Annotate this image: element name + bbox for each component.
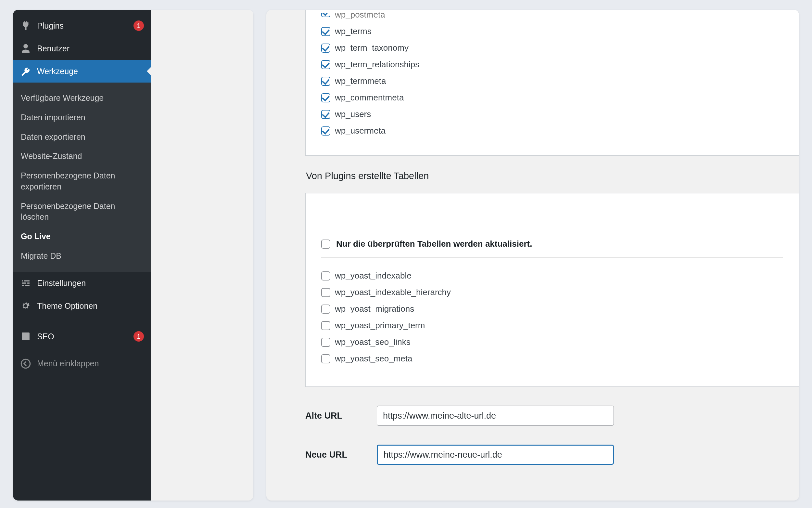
table-label: wp_commentmeta <box>335 93 404 103</box>
submenu-item-export[interactable]: Daten exportieren <box>13 127 151 147</box>
table-label: wp_yoast_seo_links <box>335 337 411 347</box>
table-label: wp_term_relationships <box>335 59 419 70</box>
table-checkbox[interactable] <box>321 304 330 314</box>
table-label: wp_termmeta <box>335 76 386 86</box>
collapse-icon <box>20 358 31 369</box>
table-label: wp_postmeta <box>335 10 385 20</box>
menu-label: SEO <box>37 332 125 341</box>
submenu-item-migratedb[interactable]: Migrate DB <box>13 246 151 266</box>
table-label: wp_yoast_indexable <box>335 271 412 281</box>
sidebar-item-users[interactable]: Benutzer <box>13 37 151 60</box>
table-label: wp_yoast_indexable_hierarchy <box>335 287 451 297</box>
update-badge: 1 <box>134 331 144 342</box>
table-label: wp_yoast_primary_term <box>335 321 425 331</box>
table-row: wp_yoast_migrations <box>321 301 783 317</box>
table-checkbox[interactable] <box>321 13 330 17</box>
submenu-item-available[interactable]: Verfügbare Werkzeuge <box>13 88 151 108</box>
plugin-icon <box>20 20 31 31</box>
table-row: wp_term_relationships <box>321 56 799 73</box>
plugin-tables-box: Nur die überprüften Tabellen werden aktu… <box>305 193 799 387</box>
table-row: wp_yoast_indexable <box>321 267 783 284</box>
yoast-icon <box>20 331 31 342</box>
table-row: wp_yoast_seo_links <box>321 334 783 350</box>
sidebar-item-seo[interactable]: SEO 1 <box>13 325 151 348</box>
menu-label: Benutzer <box>37 44 144 53</box>
menu-label: Einstellungen <box>37 278 144 288</box>
menu-label: Werkzeuge <box>37 66 144 76</box>
sidebar-item-settings[interactable]: Einstellungen <box>13 272 151 294</box>
table-row: wp_users <box>321 106 799 123</box>
table-row: wp_yoast_primary_term <box>321 317 783 334</box>
old-url-label: Alte URL <box>305 411 354 421</box>
gear-icon <box>20 300 31 311</box>
table-checkbox[interactable] <box>321 60 330 69</box>
table-checkbox[interactable] <box>321 354 330 364</box>
new-url-row: Neue URL <box>305 444 799 465</box>
tools-submenu: Verfügbare WerkzeugeDaten importierenDat… <box>13 83 151 272</box>
old-url-row: Alte URL <box>305 406 799 426</box>
table-label: wp_users <box>335 109 371 119</box>
submenu-item-pd-erase[interactable]: Personenbezogene Daten löschen <box>13 197 151 227</box>
admin-sidebar-panel: Plugins 1 Benutzer Werkzeuge Verfügbare … <box>13 10 253 501</box>
table-checkbox[interactable] <box>321 77 330 86</box>
menu-label: Plugins <box>37 21 125 31</box>
svg-point-0 <box>21 359 30 368</box>
table-checkbox[interactable] <box>321 126 330 135</box>
main-content-panel: wp_postmetawp_termswp_term_taxonomywp_te… <box>266 10 799 501</box>
submenu-item-import[interactable]: Daten importieren <box>13 108 151 127</box>
table-label: wp_term_taxonomy <box>335 43 409 53</box>
table-checkbox[interactable] <box>321 271 330 281</box>
table-label: wp_yoast_migrations <box>335 304 414 314</box>
table-checkbox[interactable] <box>321 110 330 119</box>
admin-menu: Plugins 1 Benutzer Werkzeuge Verfügbare … <box>13 10 151 501</box>
plugin-tables-note-row: Nur die überprüften Tabellen werden aktu… <box>321 239 783 258</box>
submenu-item-pd-export[interactable]: Personenbezogene Daten exportieren <box>13 166 151 197</box>
new-url-label: Neue URL <box>305 450 354 460</box>
select-all-checkbox[interactable] <box>321 240 330 249</box>
old-url-input[interactable] <box>377 406 614 426</box>
submenu-item-health[interactable]: Website-Zustand <box>13 146 151 166</box>
table-row: wp_yoast_indexable_hierarchy <box>321 284 783 301</box>
submenu-item-golive[interactable]: Go Live <box>13 227 151 246</box>
sidebar-item-plugins[interactable]: Plugins 1 <box>13 14 151 37</box>
content-gutter <box>151 10 253 501</box>
menu-label: Theme Optionen <box>37 301 144 311</box>
table-label: wp_yoast_seo_meta <box>335 353 412 364</box>
sliders-icon <box>20 278 31 289</box>
table-checkbox[interactable] <box>321 338 330 347</box>
sidebar-item-tools[interactable]: Werkzeuge <box>13 60 151 83</box>
table-checkbox[interactable] <box>321 288 330 297</box>
plugin-tables-note: Nur die überprüften Tabellen werden aktu… <box>336 239 532 249</box>
table-row: wp_termmeta <box>321 73 799 89</box>
table-checkbox[interactable] <box>321 321 330 330</box>
table-label: wp_terms <box>335 26 372 36</box>
table-row: wp_postmeta <box>321 10 799 23</box>
table-row: wp_commentmeta <box>321 89 799 106</box>
wrench-icon <box>20 66 31 77</box>
user-icon <box>20 43 31 54</box>
wp-tables-box: wp_postmetawp_termswp_term_taxonomywp_te… <box>305 10 799 156</box>
table-checkbox[interactable] <box>321 44 330 53</box>
table-row: wp_usermeta <box>321 123 799 139</box>
new-url-input[interactable] <box>377 444 614 465</box>
collapse-menu[interactable]: Menü einklappen <box>13 352 151 376</box>
table-row: wp_yoast_seo_meta <box>321 350 783 367</box>
update-badge: 1 <box>134 20 144 31</box>
table-checkbox[interactable] <box>321 27 330 36</box>
table-row: wp_terms <box>321 23 799 40</box>
menu-label: Menü einklappen <box>37 359 144 368</box>
table-label: wp_usermeta <box>335 126 386 136</box>
sidebar-item-cutoff[interactable] <box>13 10 151 14</box>
table-row: wp_term_taxonomy <box>321 40 799 56</box>
plugin-tables-heading: Von Plugins erstellte Tabellen <box>266 156 799 193</box>
sidebar-item-theme-options[interactable]: Theme Optionen <box>13 294 151 317</box>
table-checkbox[interactable] <box>321 93 330 102</box>
